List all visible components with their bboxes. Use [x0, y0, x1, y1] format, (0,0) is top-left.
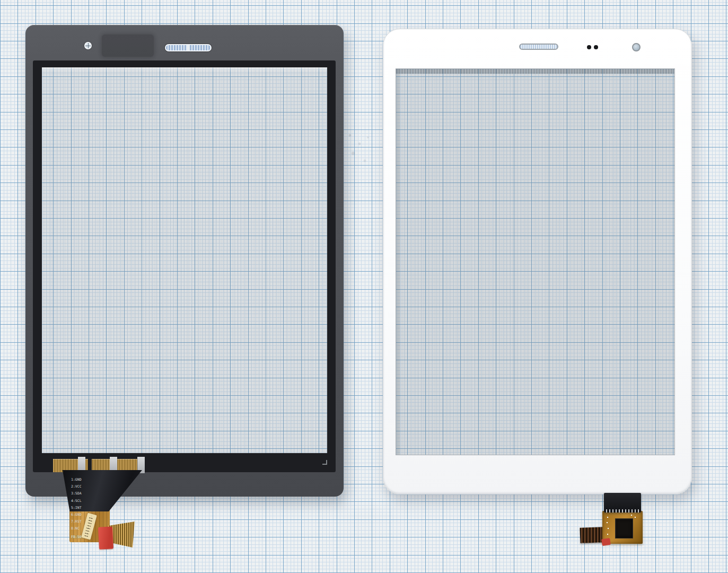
alignment-mark	[322, 460, 327, 465]
controller-ic	[615, 518, 633, 539]
speaker-grille	[519, 44, 558, 50]
camera-hole	[632, 43, 641, 51]
graph-paper-background: 1:GND 2:VCC 3:SDA 4:SCL 5:INT 6:GND 7:RS…	[0, 0, 728, 573]
pinout-line: 2:VCC	[71, 484, 82, 489]
sensor-dot	[594, 45, 598, 49]
pinout-line: 1:GND	[71, 478, 82, 482]
red-sticker	[98, 526, 113, 549]
pinout-line: 3:SDA	[71, 491, 82, 496]
white-digitizer-panel	[383, 29, 692, 494]
connector-block	[604, 493, 641, 513]
pinout-line: 8:NC	[71, 526, 80, 531]
sensor-dot	[587, 45, 591, 49]
ribbon-cable	[580, 527, 604, 543]
pinout-line: 7:RST	[71, 519, 82, 524]
red-marker	[601, 538, 611, 546]
pinout-line: 4:SCL	[71, 499, 82, 503]
paper-smudge	[344, 130, 375, 170]
camera-hole	[84, 42, 92, 49]
touch-glass	[42, 67, 327, 453]
speaker-grille	[165, 44, 212, 51]
pinout-line: 6:GND	[71, 513, 82, 517]
proximity-sensor-window	[102, 34, 154, 57]
black-digitizer-panel	[25, 25, 344, 497]
touch-glass	[396, 68, 675, 455]
pinout-line: 5:INT	[71, 506, 82, 510]
